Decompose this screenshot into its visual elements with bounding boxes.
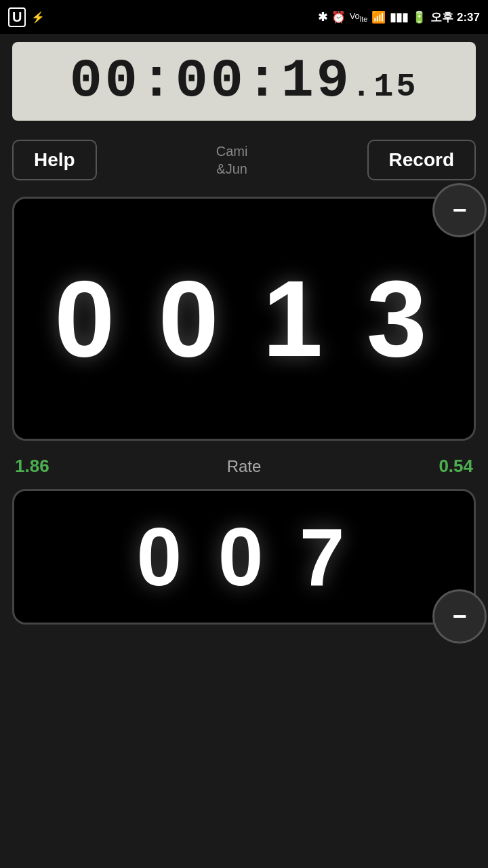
rate-label: Rate <box>227 457 262 476</box>
branding-line1: Cami <box>216 142 248 160</box>
branding-line2: &Jun <box>216 160 248 178</box>
status-right-icons: ✱ ⏰ Volte 📶 ▮▮▮ 🔋 오후 2:37 <box>318 9 480 25</box>
rate-row: 1.86 Rate 0.54 <box>0 446 488 486</box>
bt-icon: ✱ <box>318 10 327 24</box>
signal-icon: ▮▮▮ <box>390 10 408 24</box>
status-bar: U ⚡ ✱ ⏰ Volte 📶 ▮▮▮ 🔋 오후 2:37 <box>0 0 488 34</box>
volte-icon: Volte <box>350 11 368 23</box>
main-counter-section: 0 0 1 3 − <box>12 197 476 441</box>
second-counter-digits: 0 0 7 <box>137 510 352 604</box>
main-minus-button[interactable]: − <box>432 183 487 237</box>
second-counter-display[interactable]: 0 0 7 <box>12 489 476 625</box>
branding: Cami &Jun <box>216 142 248 178</box>
timer-sub: .15 <box>352 68 418 105</box>
clock: 오후 2:37 <box>430 9 480 25</box>
main-counter-digits: 0 0 1 3 <box>54 256 433 381</box>
battery-icon: 🔋 <box>412 10 426 24</box>
timer-display: 00:00:19.15 <box>12 42 476 121</box>
u-icon: U <box>8 7 26 27</box>
help-button[interactable]: Help <box>12 140 97 180</box>
second-counter-section: 0 0 7 − <box>12 489 476 625</box>
record-button[interactable]: Record <box>367 140 476 180</box>
status-left-icons: U ⚡ <box>8 7 45 27</box>
wifi-icon: 📶 <box>371 10 386 24</box>
rate-left-value: 1.86 <box>15 456 49 477</box>
timer-main: 00:00:19 <box>70 50 352 112</box>
main-counter-display[interactable]: 0 0 1 3 <box>12 197 476 441</box>
second-minus-button[interactable]: − <box>432 589 487 644</box>
timer-digits: 00:00:19.15 <box>28 54 460 108</box>
rate-right-value: 0.54 <box>439 456 473 477</box>
alarm-icon: ⏰ <box>331 10 346 24</box>
buttons-row: Help Cami &Jun Record <box>0 129 488 191</box>
usb-icon: ⚡ <box>31 11 45 24</box>
